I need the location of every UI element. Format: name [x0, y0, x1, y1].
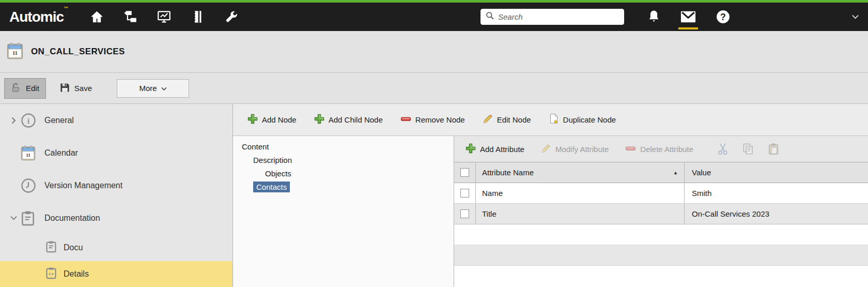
save-button-label: Save	[74, 84, 92, 93]
more-button[interactable]: More	[117, 79, 189, 98]
sort-ascending-icon[interactable]: ▲	[673, 170, 678, 175]
save-button[interactable]: Save	[53, 79, 98, 98]
empty-area	[454, 266, 868, 287]
sidebar-item-calendar[interactable]: 11 Calendar	[0, 137, 233, 169]
save-icon	[59, 82, 70, 95]
clipboard-icon	[45, 240, 57, 255]
row-checkbox[interactable]	[460, 209, 469, 218]
delete-attribute-button[interactable]: Delete Attribute	[625, 143, 693, 155]
empty-row	[454, 224, 868, 245]
column-header-attribute-name[interactable]: Attribute Name ▲	[476, 162, 685, 183]
node-toolbar: Add Node Add Child Node Remove Node Edit…	[233, 104, 868, 136]
header-chevron-down-icon[interactable]	[852, 14, 859, 19]
sidebar-item-details[interactable]: Details	[0, 261, 233, 287]
process-assembly-icon[interactable]	[123, 10, 137, 24]
paste-icon[interactable]	[768, 143, 779, 155]
calendar-object-icon: 11	[7, 42, 23, 62]
duplicate-icon	[549, 113, 559, 126]
svg-text:11: 11	[12, 50, 18, 56]
remove-node-button[interactable]: Remove Node	[400, 114, 465, 126]
sidebar: i General 11 Calendar Version Management	[0, 104, 233, 287]
add-attribute-button[interactable]: Add Attribute	[466, 143, 524, 155]
sidebar-item-documentation[interactable]: Documentation	[0, 202, 233, 234]
attributes-panel: Add Attribute Modify Attribute Delete At…	[454, 136, 868, 287]
clipboard-icon	[21, 210, 44, 226]
primary-nav	[90, 10, 238, 24]
dashboards-icon[interactable]	[157, 10, 171, 24]
sidebar-item-label: Docu	[64, 243, 83, 252]
edit-node-button[interactable]: Edit Node	[483, 114, 531, 126]
main-panel: Add Node Add Child Node Remove Node Edit…	[233, 104, 868, 287]
select-all-cell	[454, 162, 476, 183]
svg-text:11: 11	[26, 153, 30, 158]
empty-row	[454, 245, 868, 266]
table-row[interactable]: Title On-Call Services 2023	[454, 204, 868, 224]
clipboard-action-icons	[717, 143, 779, 155]
pencil-icon	[541, 143, 551, 155]
attribute-value-cell: On-Call Services 2023	[692, 209, 769, 218]
sidebar-item-docu[interactable]: Docu	[0, 234, 233, 261]
mail-active-underline	[678, 27, 698, 29]
app-utility-icons: ?	[646, 3, 731, 31]
search-input[interactable]	[498, 12, 619, 21]
administration-icon[interactable]	[224, 10, 238, 24]
messages-mail-icon[interactable]	[680, 3, 696, 31]
edit-button[interactable]: Edit	[4, 78, 46, 99]
search-box[interactable]	[481, 9, 624, 25]
tree-item-objects[interactable]: Objects	[233, 167, 454, 180]
tree-item-description[interactable]: Description	[233, 153, 454, 167]
tree-item-label: Objects	[265, 169, 291, 178]
pencil-icon	[483, 114, 493, 126]
remove-node-label: Remove Node	[415, 115, 465, 124]
lock-open-icon	[11, 82, 22, 95]
catalog-icon[interactable]	[191, 10, 205, 24]
automic-logo[interactable]: Automic™	[9, 9, 68, 25]
attribute-name-cell: Title	[482, 209, 497, 218]
attribute-name-cell: Name	[482, 189, 503, 198]
edit-node-label: Edit Node	[497, 115, 531, 124]
duplicate-node-button[interactable]: Duplicate Node	[549, 113, 616, 126]
page-title: ON_CALL_SERVICES	[31, 47, 125, 57]
tree-item-contacts[interactable]: Contacts	[233, 180, 454, 193]
column-header-value[interactable]: Value	[685, 162, 868, 183]
table-row[interactable]: Name Smith	[454, 183, 868, 204]
duplicate-node-label: Duplicate Node	[563, 115, 616, 124]
trademark: ™	[64, 6, 68, 11]
tree-item-content[interactable]: Content	[233, 140, 454, 153]
sidebar-item-label: General	[44, 116, 74, 125]
app-header: Automic™ ?	[0, 3, 868, 31]
sidebar-item-label: Documentation	[44, 214, 100, 223]
more-chevron-down-icon	[161, 84, 167, 93]
chevron-down-icon[interactable]	[6, 216, 21, 220]
svg-text:?: ?	[720, 12, 726, 22]
row-checkbox[interactable]	[460, 189, 469, 198]
sidebar-item-general[interactable]: i General	[0, 104, 233, 137]
column-header-label: Value	[692, 168, 711, 177]
edit-toolbar: Edit Save More	[0, 73, 868, 104]
tree-item-label-selected: Contacts	[253, 182, 290, 192]
modify-attribute-button[interactable]: Modify Attribute	[541, 143, 609, 155]
delete-attribute-label: Delete Attribute	[640, 145, 693, 154]
sidebar-item-version-management[interactable]: Version Management	[0, 169, 233, 202]
cut-icon[interactable]	[717, 143, 729, 155]
clock-icon	[21, 178, 44, 193]
lower-panels: Content Description Objects Contacts Add…	[233, 136, 868, 287]
add-child-node-button[interactable]: Add Child Node	[314, 114, 383, 126]
select-all-checkbox[interactable]	[460, 168, 469, 177]
home-icon[interactable]	[90, 10, 104, 24]
add-child-node-label: Add Child Node	[329, 115, 383, 124]
chevron-right-icon[interactable]	[6, 117, 21, 124]
edit-button-label: Edit	[26, 84, 39, 93]
svg-text:i: i	[27, 117, 29, 125]
notifications-bell-icon[interactable]	[646, 3, 661, 31]
tree-item-label: Content	[242, 142, 269, 151]
add-attribute-label: Add Attribute	[480, 145, 524, 154]
attribute-toolbar: Add Attribute Modify Attribute Delete At…	[454, 136, 868, 162]
sidebar-item-label: Version Management	[44, 181, 122, 190]
copy-icon[interactable]	[742, 143, 754, 155]
tree-item-label: Description	[253, 156, 292, 164]
add-node-button[interactable]: Add Node	[247, 114, 297, 126]
minus-icon	[625, 143, 636, 155]
attributes-table: Attribute Name ▲ Value Name Smith	[454, 162, 868, 287]
help-icon[interactable]: ?	[715, 3, 731, 31]
